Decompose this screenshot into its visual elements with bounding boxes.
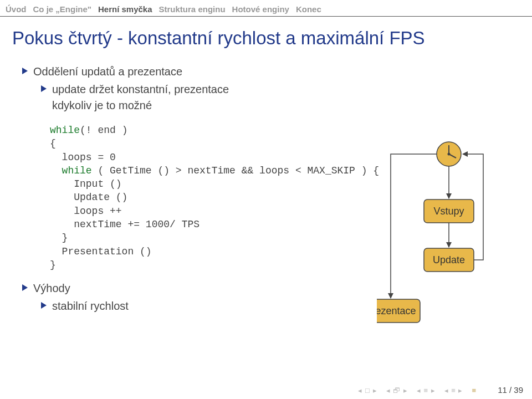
- nav-item-4[interactable]: Hotové enginy: [232, 4, 289, 14]
- flow-diagram: Vstupy Update Prezentace: [377, 139, 488, 349]
- bullet-2-text: Výhody: [33, 280, 70, 296]
- nav-subsection-icon[interactable]: ◂ ≡ ▸: [417, 386, 436, 395]
- bullet-1: Oddělení updatů a prezentace: [22, 64, 532, 80]
- page-number: 11 / 39: [498, 385, 523, 395]
- bullet-icon: [41, 302, 47, 309]
- bullet-icon: [22, 284, 28, 291]
- nav-frame-icon[interactable]: ◂ 🗗 ▸: [386, 386, 408, 395]
- nav-item-2[interactable]: Herní smyčka: [98, 4, 152, 14]
- bullet-icon: [41, 85, 47, 92]
- nav-item-0[interactable]: Úvod: [6, 4, 27, 14]
- nav-toc-icon[interactable]: ≡: [472, 386, 477, 395]
- diagram-update-label: Update: [433, 254, 465, 265]
- nav-bar: Úvod Co je „Engine" Herní smyčka Struktu…: [0, 0, 532, 16]
- nav-item-3[interactable]: Struktura enginu: [159, 4, 226, 14]
- diagram-vstupy-label: Vstupy: [433, 206, 464, 217]
- nav-item-5[interactable]: Konec: [296, 4, 321, 14]
- bullet-2a-text: stabilní rychlost: [52, 298, 129, 314]
- page-title: Pokus čtvrtý - konstantní rychlost a max…: [0, 17, 532, 62]
- bullet-icon: [22, 68, 28, 74]
- bullet-1a-text: update držet konstantní, prezentace kdyk…: [52, 81, 229, 114]
- nav-slide-icon[interactable]: ◂ □ ▸: [358, 386, 377, 395]
- bullet-1a: update držet konstantní, prezentace kdyk…: [41, 81, 532, 114]
- bullet-1-text: Oddělení updatů a prezentace: [33, 64, 182, 80]
- diagram-prezentace-label: Prezentace: [377, 305, 416, 316]
- beamer-nav-icons: ◂ □ ▸ ◂ 🗗 ▸ ◂ ≡ ▸ ◂ ≡ ▸ ≡: [358, 386, 477, 395]
- nav-item-1[interactable]: Co je „Engine": [33, 4, 91, 14]
- nav-section-icon[interactable]: ◂ ≡ ▸: [444, 386, 463, 395]
